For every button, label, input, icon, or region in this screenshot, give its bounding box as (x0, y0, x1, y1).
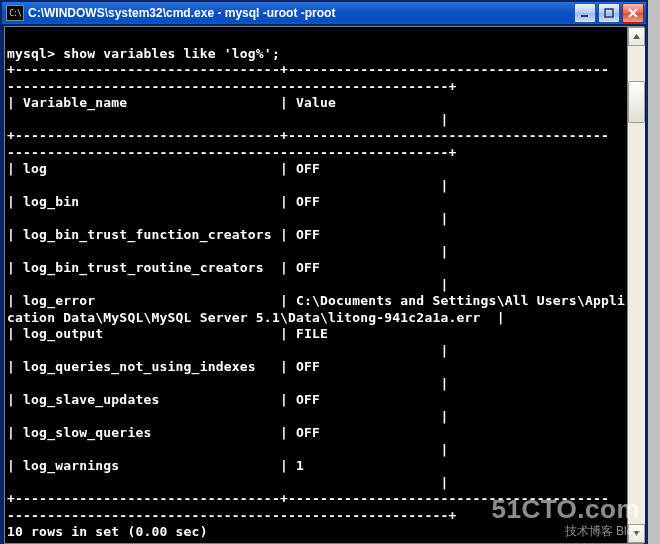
app-icon: C:\ (6, 5, 24, 21)
terminal-area[interactable]: mysql> show variables like 'log%'; +----… (4, 26, 644, 544)
scroll-down-button[interactable] (628, 524, 645, 543)
vertical-scrollbar[interactable] (627, 27, 645, 543)
titlebar[interactable]: C:\ C:\WINDOWS\system32\cmd.exe - mysql … (2, 2, 646, 24)
svg-rect-0 (581, 15, 588, 17)
maximize-button[interactable] (598, 3, 620, 23)
scroll-thumb[interactable] (628, 81, 645, 123)
minimize-button[interactable] (574, 3, 596, 23)
svg-rect-1 (605, 9, 613, 17)
scroll-up-button[interactable] (628, 27, 645, 46)
terminal-output: mysql> show variables like 'log%'; +----… (5, 27, 628, 543)
scroll-track[interactable] (628, 46, 645, 524)
close-button[interactable] (622, 3, 644, 23)
window-title: C:\WINDOWS\system32\cmd.exe - mysql -uro… (28, 6, 335, 20)
window-buttons (574, 3, 644, 23)
command-prompt-window: C:\ C:\WINDOWS\system32\cmd.exe - mysql … (0, 0, 648, 544)
